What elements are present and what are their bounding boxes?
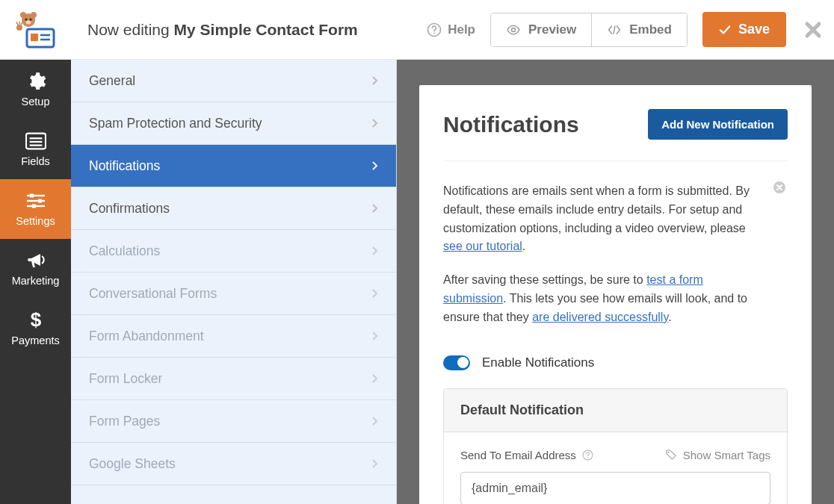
show-smart-tags[interactable]: Show Smart Tags (665, 449, 770, 461)
page-title: Now editing My Simple Contact Form (71, 21, 412, 39)
tutorial-link[interactable]: see our tutorial (443, 240, 522, 252)
dollar-icon: $ (25, 311, 46, 330)
svg-rect-23 (38, 199, 42, 203)
preview-embed-group: Preview Embed (490, 13, 688, 47)
dismiss-intro-button[interactable] (773, 181, 788, 196)
chevron-right-icon (371, 416, 378, 426)
help-label: Help (448, 22, 475, 37)
subnav-form-pages[interactable]: Form Pages (71, 400, 396, 443)
subnav-item-label: Form Pages (89, 414, 160, 429)
intro-paragraph-2: After saving these settings, be sure to … (443, 271, 758, 326)
notification-card: Default Notification Send To Email Addre… (443, 388, 788, 504)
rail-payments[interactable]: $ Payments (0, 299, 71, 358)
svg-point-28 (587, 457, 589, 458)
main-area: Notifications Add New Notification Notif… (397, 60, 834, 504)
svg-point-29 (667, 452, 669, 453)
svg-point-3 (25, 18, 27, 20)
subnav-abandonment[interactable]: Form Abandonment (71, 315, 396, 358)
help-icon (427, 22, 442, 37)
embed-button[interactable]: Embed (591, 13, 687, 46)
rail-fields[interactable]: Fields (0, 119, 71, 179)
enable-row: Enable Notifications (443, 327, 788, 388)
chevron-right-icon (371, 75, 378, 86)
main-rail: Setup Fields (0, 60, 71, 504)
svg-rect-7 (31, 34, 38, 41)
app-logo (0, 0, 71, 60)
svg-rect-22 (30, 194, 34, 198)
rail-marketing[interactable]: Marketing (0, 239, 71, 299)
send-to-label: Send To Email Address (460, 449, 593, 461)
subnav-calculations[interactable]: Calculations (71, 230, 396, 273)
subnav-conversational[interactable]: Conversational Forms (71, 273, 396, 315)
embed-label: Embed (629, 22, 672, 37)
svg-point-2 (31, 12, 37, 18)
chevron-right-icon (371, 458, 378, 469)
subnav-item-label: Spam Protection and Security (89, 116, 262, 131)
chevron-right-icon (371, 373, 378, 384)
check-icon (719, 24, 731, 36)
subnav-item-label: Calculations (89, 243, 160, 259)
subnav-item-label: Google Sheets (89, 456, 176, 472)
send-to-input[interactable] (460, 472, 770, 504)
intro-text: Notifications are emails sent when a for… (443, 184, 750, 234)
eye-icon (506, 22, 521, 37)
svg-point-1 (20, 12, 26, 18)
settings-subnav: General Spam Protection and Security Not… (71, 60, 397, 504)
svg-point-4 (29, 18, 31, 20)
topbar: Now editing My Simple Contact Form Help … (0, 0, 834, 60)
subnav-item-label: Form Abandonment (89, 329, 204, 344)
notification-card-title: Default Notification (444, 389, 787, 432)
svg-point-10 (16, 25, 22, 31)
close-button[interactable] (804, 21, 822, 39)
notifications-panel: Notifications Add New Notification Notif… (419, 85, 812, 504)
list-icon (25, 131, 46, 151)
svg-point-13 (512, 28, 516, 31)
svg-text:$: $ (30, 310, 41, 331)
chevron-right-icon (371, 246, 378, 256)
chevron-right-icon (371, 161, 378, 171)
add-notification-button[interactable]: Add New Notification (648, 109, 788, 140)
enable-label: Enable Notifications (482, 355, 594, 370)
subnav-google-sheets[interactable]: Google Sheets (71, 443, 396, 485)
gear-icon (25, 72, 46, 91)
intro-text: . (522, 240, 525, 252)
delivery-link[interactable]: are delivered successfully (532, 311, 668, 323)
subnav-item-label: Confirmations (89, 201, 170, 217)
preview-button[interactable]: Preview (491, 13, 591, 46)
panel-title: Notifications (443, 112, 579, 137)
chevron-right-icon (371, 203, 378, 214)
subnav-item-label: Conversational Forms (89, 286, 217, 302)
subnav-spam[interactable]: Spam Protection and Security (71, 102, 396, 145)
help-button[interactable]: Help (412, 22, 490, 37)
tag-icon (665, 449, 677, 461)
smart-tags-label: Show Smart Tags (683, 449, 770, 461)
intro-text: . (668, 311, 671, 323)
editing-prefix: Now editing (87, 21, 174, 38)
chevron-right-icon (371, 331, 378, 341)
rail-fields-label: Fields (21, 155, 50, 167)
enable-notifications-toggle[interactable] (443, 355, 470, 370)
sliders-icon (25, 191, 46, 211)
rail-settings-label: Settings (16, 215, 55, 227)
rail-settings[interactable]: Settings (0, 179, 71, 239)
save-label: Save (738, 22, 770, 37)
subnav-item-label: Notifications (89, 158, 160, 174)
subnav-locker[interactable]: Form Locker (71, 358, 396, 400)
help-icon[interactable] (582, 449, 593, 461)
rail-marketing-label: Marketing (12, 275, 60, 287)
svg-rect-24 (32, 205, 36, 208)
code-icon (607, 22, 622, 37)
subnav-item-label: General (89, 73, 135, 89)
close-icon (804, 21, 822, 39)
rail-setup[interactable]: Setup (0, 60, 71, 119)
chevron-right-icon (371, 118, 378, 128)
subnav-general[interactable]: General (71, 60, 396, 102)
svg-line-14 (614, 26, 615, 34)
rail-setup-label: Setup (22, 96, 50, 108)
save-button[interactable]: Save (702, 12, 786, 47)
subnav-item-label: Form Locker (89, 371, 162, 387)
intro-paragraph-1: Notifications are emails sent when a for… (443, 182, 758, 256)
intro-text: After saving these settings, be sure to (443, 273, 646, 286)
subnav-confirmations[interactable]: Confirmations (71, 187, 396, 230)
subnav-notifications[interactable]: Notifications (71, 145, 396, 187)
